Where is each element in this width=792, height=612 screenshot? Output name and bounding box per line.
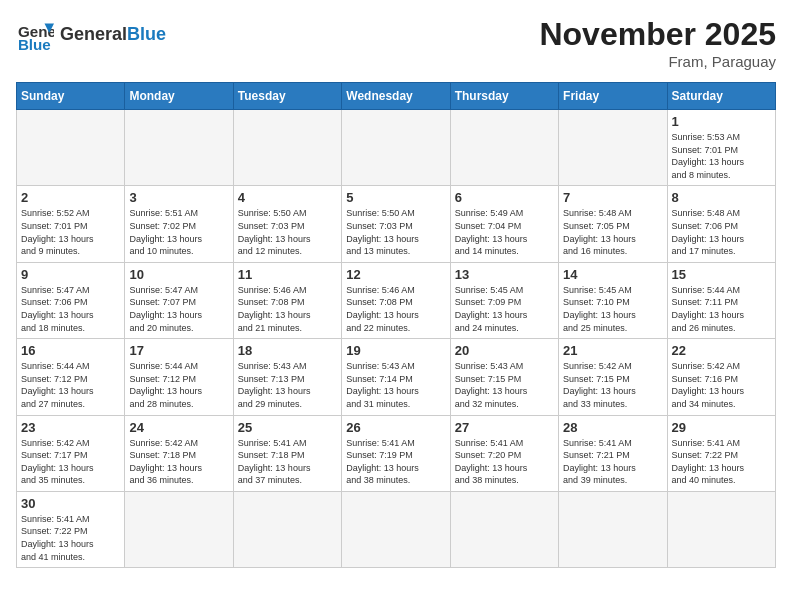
day-info: Sunrise: 5:50 AMSunset: 7:03 PMDaylight:… xyxy=(346,207,445,257)
day-info: Sunrise: 5:41 AMSunset: 7:20 PMDaylight:… xyxy=(455,437,554,487)
day-number: 9 xyxy=(21,267,120,282)
calendar-cell: 21Sunrise: 5:42 AMSunset: 7:15 PMDayligh… xyxy=(559,339,667,415)
day-info: Sunrise: 5:53 AMSunset: 7:01 PMDaylight:… xyxy=(672,131,771,181)
day-number: 28 xyxy=(563,420,662,435)
day-number: 8 xyxy=(672,190,771,205)
calendar-cell xyxy=(450,491,558,567)
weekday-header-sunday: Sunday xyxy=(17,83,125,110)
calendar-cell: 30Sunrise: 5:41 AMSunset: 7:22 PMDayligh… xyxy=(17,491,125,567)
day-info: Sunrise: 5:42 AMSunset: 7:16 PMDaylight:… xyxy=(672,360,771,410)
day-info: Sunrise: 5:46 AMSunset: 7:08 PMDaylight:… xyxy=(346,284,445,334)
day-info: Sunrise: 5:42 AMSunset: 7:18 PMDaylight:… xyxy=(129,437,228,487)
day-info: Sunrise: 5:42 AMSunset: 7:15 PMDaylight:… xyxy=(563,360,662,410)
calendar-cell: 12Sunrise: 5:46 AMSunset: 7:08 PMDayligh… xyxy=(342,262,450,338)
location: Fram, Paraguay xyxy=(539,53,776,70)
calendar-cell: 17Sunrise: 5:44 AMSunset: 7:12 PMDayligh… xyxy=(125,339,233,415)
day-info: Sunrise: 5:41 AMSunset: 7:22 PMDaylight:… xyxy=(672,437,771,487)
day-info: Sunrise: 5:48 AMSunset: 7:06 PMDaylight:… xyxy=(672,207,771,257)
logo-text: GeneralBlue xyxy=(60,25,166,45)
calendar-cell: 24Sunrise: 5:42 AMSunset: 7:18 PMDayligh… xyxy=(125,415,233,491)
day-number: 12 xyxy=(346,267,445,282)
day-info: Sunrise: 5:41 AMSunset: 7:18 PMDaylight:… xyxy=(238,437,337,487)
day-info: Sunrise: 5:52 AMSunset: 7:01 PMDaylight:… xyxy=(21,207,120,257)
weekday-header-thursday: Thursday xyxy=(450,83,558,110)
weekday-header-row: SundayMondayTuesdayWednesdayThursdayFrid… xyxy=(17,83,776,110)
calendar-cell: 13Sunrise: 5:45 AMSunset: 7:09 PMDayligh… xyxy=(450,262,558,338)
day-info: Sunrise: 5:41 AMSunset: 7:19 PMDaylight:… xyxy=(346,437,445,487)
day-info: Sunrise: 5:44 AMSunset: 7:12 PMDaylight:… xyxy=(21,360,120,410)
day-info: Sunrise: 5:46 AMSunset: 7:08 PMDaylight:… xyxy=(238,284,337,334)
day-number: 16 xyxy=(21,343,120,358)
calendar-cell xyxy=(559,491,667,567)
calendar-cell: 4Sunrise: 5:50 AMSunset: 7:03 PMDaylight… xyxy=(233,186,341,262)
calendar-cell: 28Sunrise: 5:41 AMSunset: 7:21 PMDayligh… xyxy=(559,415,667,491)
day-info: Sunrise: 5:50 AMSunset: 7:03 PMDaylight:… xyxy=(238,207,337,257)
calendar-cell: 10Sunrise: 5:47 AMSunset: 7:07 PMDayligh… xyxy=(125,262,233,338)
day-number: 22 xyxy=(672,343,771,358)
day-number: 29 xyxy=(672,420,771,435)
day-info: Sunrise: 5:43 AMSunset: 7:14 PMDaylight:… xyxy=(346,360,445,410)
weekday-header-monday: Monday xyxy=(125,83,233,110)
calendar-cell: 22Sunrise: 5:42 AMSunset: 7:16 PMDayligh… xyxy=(667,339,775,415)
calendar-cell: 19Sunrise: 5:43 AMSunset: 7:14 PMDayligh… xyxy=(342,339,450,415)
calendar-cell xyxy=(17,110,125,186)
calendar-cell: 6Sunrise: 5:49 AMSunset: 7:04 PMDaylight… xyxy=(450,186,558,262)
calendar-cell: 18Sunrise: 5:43 AMSunset: 7:13 PMDayligh… xyxy=(233,339,341,415)
day-info: Sunrise: 5:41 AMSunset: 7:22 PMDaylight:… xyxy=(21,513,120,563)
weekday-header-friday: Friday xyxy=(559,83,667,110)
day-info: Sunrise: 5:48 AMSunset: 7:05 PMDaylight:… xyxy=(563,207,662,257)
day-info: Sunrise: 5:49 AMSunset: 7:04 PMDaylight:… xyxy=(455,207,554,257)
day-info: Sunrise: 5:43 AMSunset: 7:13 PMDaylight:… xyxy=(238,360,337,410)
calendar-cell: 26Sunrise: 5:41 AMSunset: 7:19 PMDayligh… xyxy=(342,415,450,491)
page-header: General Blue GeneralBlue November 2025 F… xyxy=(16,16,776,70)
day-info: Sunrise: 5:47 AMSunset: 7:06 PMDaylight:… xyxy=(21,284,120,334)
calendar-cell: 29Sunrise: 5:41 AMSunset: 7:22 PMDayligh… xyxy=(667,415,775,491)
day-number: 25 xyxy=(238,420,337,435)
weekday-header-wednesday: Wednesday xyxy=(342,83,450,110)
calendar-cell: 8Sunrise: 5:48 AMSunset: 7:06 PMDaylight… xyxy=(667,186,775,262)
svg-text:Blue: Blue xyxy=(18,36,51,53)
weekday-header-tuesday: Tuesday xyxy=(233,83,341,110)
day-number: 27 xyxy=(455,420,554,435)
day-number: 17 xyxy=(129,343,228,358)
month-title: November 2025 xyxy=(539,16,776,53)
calendar-cell xyxy=(342,110,450,186)
calendar-table: SundayMondayTuesdayWednesdayThursdayFrid… xyxy=(16,82,776,568)
day-info: Sunrise: 5:47 AMSunset: 7:07 PMDaylight:… xyxy=(129,284,228,334)
day-number: 6 xyxy=(455,190,554,205)
day-number: 23 xyxy=(21,420,120,435)
calendar-cell: 5Sunrise: 5:50 AMSunset: 7:03 PMDaylight… xyxy=(342,186,450,262)
day-number: 15 xyxy=(672,267,771,282)
calendar-cell: 7Sunrise: 5:48 AMSunset: 7:05 PMDaylight… xyxy=(559,186,667,262)
day-number: 3 xyxy=(129,190,228,205)
calendar-cell xyxy=(450,110,558,186)
calendar-cell: 11Sunrise: 5:46 AMSunset: 7:08 PMDayligh… xyxy=(233,262,341,338)
day-number: 13 xyxy=(455,267,554,282)
calendar-cell: 25Sunrise: 5:41 AMSunset: 7:18 PMDayligh… xyxy=(233,415,341,491)
day-number: 5 xyxy=(346,190,445,205)
calendar-cell: 3Sunrise: 5:51 AMSunset: 7:02 PMDaylight… xyxy=(125,186,233,262)
calendar-cell: 1Sunrise: 5:53 AMSunset: 7:01 PMDaylight… xyxy=(667,110,775,186)
logo: General Blue GeneralBlue xyxy=(16,16,166,54)
calendar-cell: 14Sunrise: 5:45 AMSunset: 7:10 PMDayligh… xyxy=(559,262,667,338)
calendar-cell xyxy=(342,491,450,567)
day-info: Sunrise: 5:44 AMSunset: 7:11 PMDaylight:… xyxy=(672,284,771,334)
calendar-cell xyxy=(125,491,233,567)
day-number: 19 xyxy=(346,343,445,358)
day-number: 30 xyxy=(21,496,120,511)
day-number: 20 xyxy=(455,343,554,358)
day-number: 14 xyxy=(563,267,662,282)
calendar-cell: 20Sunrise: 5:43 AMSunset: 7:15 PMDayligh… xyxy=(450,339,558,415)
day-info: Sunrise: 5:41 AMSunset: 7:21 PMDaylight:… xyxy=(563,437,662,487)
calendar-cell: 27Sunrise: 5:41 AMSunset: 7:20 PMDayligh… xyxy=(450,415,558,491)
day-info: Sunrise: 5:45 AMSunset: 7:10 PMDaylight:… xyxy=(563,284,662,334)
day-number: 11 xyxy=(238,267,337,282)
day-info: Sunrise: 5:45 AMSunset: 7:09 PMDaylight:… xyxy=(455,284,554,334)
weekday-header-saturday: Saturday xyxy=(667,83,775,110)
day-info: Sunrise: 5:44 AMSunset: 7:12 PMDaylight:… xyxy=(129,360,228,410)
calendar-cell: 2Sunrise: 5:52 AMSunset: 7:01 PMDaylight… xyxy=(17,186,125,262)
calendar-cell: 23Sunrise: 5:42 AMSunset: 7:17 PMDayligh… xyxy=(17,415,125,491)
calendar-cell xyxy=(559,110,667,186)
calendar-cell: 16Sunrise: 5:44 AMSunset: 7:12 PMDayligh… xyxy=(17,339,125,415)
logo-icon: General Blue xyxy=(16,16,54,54)
